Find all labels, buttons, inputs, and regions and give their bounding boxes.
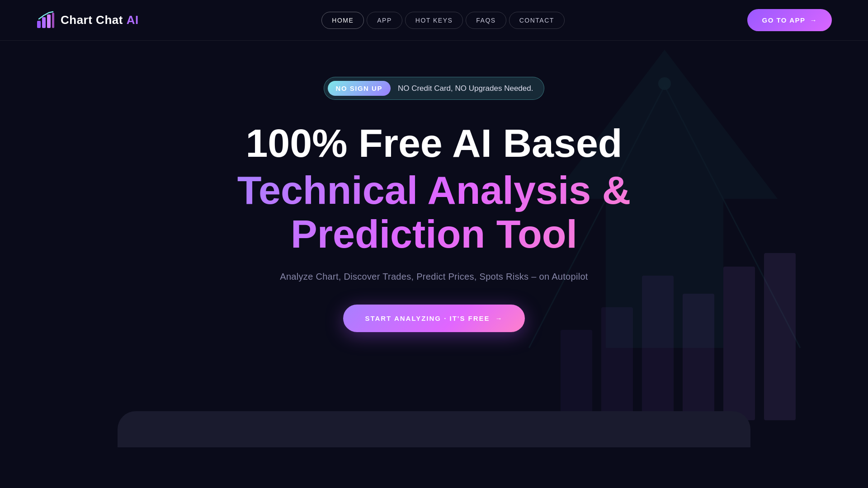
hero-subtitle: Analyze Chart, Discover Trades, Predict … xyxy=(280,272,588,282)
logo-text: Chart Chat AI xyxy=(61,13,139,27)
no-signup-badge: NO SIGN UP NO Credit Card, NO Upgrades N… xyxy=(324,77,545,100)
logo-icon xyxy=(36,11,55,30)
svg-rect-9 xyxy=(683,294,714,420)
navbar: Chart Chat AI HOME APP HOT KEYS FAQS CON… xyxy=(0,0,868,41)
svg-rect-3 xyxy=(52,13,54,28)
nav-faqs[interactable]: FAQS xyxy=(466,12,506,29)
svg-rect-2 xyxy=(47,14,51,28)
start-arrow-icon: → xyxy=(495,314,503,322)
svg-rect-11 xyxy=(764,253,796,420)
svg-rect-8 xyxy=(642,276,674,420)
cta-arrow-icon: → xyxy=(810,16,817,24)
hero-content: NO SIGN UP NO Credit Card, NO Upgrades N… xyxy=(237,77,631,332)
svg-rect-6 xyxy=(561,330,592,420)
svg-rect-10 xyxy=(723,267,755,420)
badge-label: NO SIGN UP xyxy=(328,81,391,96)
svg-point-5 xyxy=(658,77,671,90)
nav-home[interactable]: HOME xyxy=(321,12,364,29)
hero-title-gradient: Technical Analysis &Prediction Tool xyxy=(237,169,631,256)
badge-text: NO Credit Card, NO Upgrades Needed. xyxy=(398,84,533,93)
bottom-section-hint xyxy=(118,411,750,447)
svg-rect-1 xyxy=(42,17,46,28)
go-to-app-button[interactable]: GO TO APP → xyxy=(747,9,832,31)
hero-section: NO SIGN UP NO Credit Card, NO Upgrades N… xyxy=(0,41,868,447)
nav-links: HOME APP HOT KEYS FAQS CONTACT xyxy=(321,12,565,29)
hero-title-line1: 100% Free AI Based xyxy=(245,122,622,164)
logo[interactable]: Chart Chat AI xyxy=(36,11,139,30)
nav-app[interactable]: APP xyxy=(367,12,402,29)
nav-contact[interactable]: CONTACT xyxy=(509,12,565,29)
nav-hot-keys[interactable]: HOT KEYS xyxy=(405,12,463,29)
svg-rect-0 xyxy=(37,21,41,28)
start-analyzing-button[interactable]: START ANALYZING · IT'S FREE → xyxy=(343,305,524,332)
